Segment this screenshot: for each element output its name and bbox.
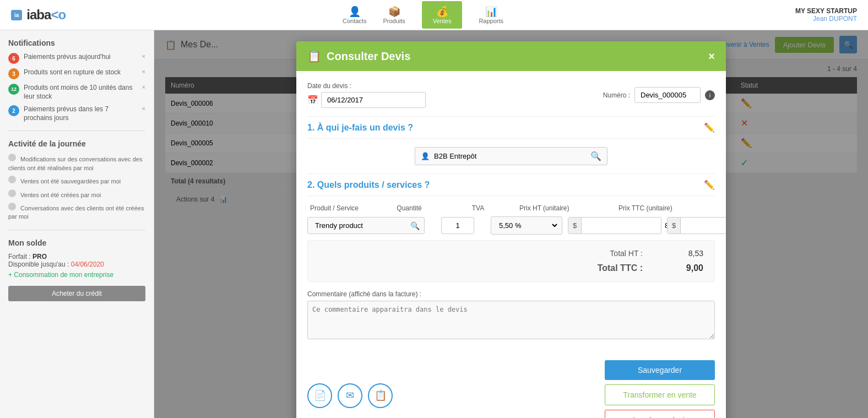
section2-title: 2. Quels produits / services ? <box>307 180 430 190</box>
info-icon[interactable]: i <box>705 90 715 100</box>
main-layout: Notifications 6 Paiements prévus aujourd… <box>0 30 868 418</box>
prix-ht-col-header: Prix HT (unitaire) <box>519 204 613 212</box>
email-button[interactable]: ✉ <box>338 383 362 408</box>
calendar-icon: 📅 <box>307 95 318 105</box>
date-input[interactable] <box>321 92 426 108</box>
notif-text-1: Paiements prévus aujourd'hui <box>24 53 138 62</box>
disponible-label: Disponible jusqu'au : <box>8 260 71 268</box>
activity-item: Modifications sur des conversations avec… <box>8 154 145 172</box>
client-person-icon: 👤 <box>421 152 430 160</box>
notif-text-4: Paiements prévus dans les 7 prochains jo… <box>24 105 138 122</box>
product-search-icon[interactable]: 🔍 <box>410 221 420 230</box>
copy-button[interactable]: 📋 <box>368 383 393 408</box>
logo-text: iaba<o <box>26 7 66 23</box>
qty-col-header: Quantité <box>382 204 437 212</box>
footer-icons: 📄 ✉ 📋 <box>307 383 393 408</box>
section2-header: 2. Quels produits / services ? ✏️ <box>307 173 715 196</box>
section2-edit-icon[interactable]: ✏️ <box>704 180 715 190</box>
notif-text-2: Produits sont en rupture de stock <box>24 68 138 77</box>
activity-item: Ventes ont été sauvegardées par moi <box>8 176 145 186</box>
total-ht-label: Total HT : <box>610 249 643 258</box>
notif-close-2[interactable]: × <box>142 68 145 75</box>
numero-label: Numéro : <box>603 91 630 99</box>
copy-icon: 📋 <box>375 389 387 401</box>
prix-ttc-col-header: Prix TTC (unitaire) <box>619 204 712 212</box>
activity-dot <box>8 203 16 210</box>
modal-consulter-devis: 📋 Consulter Devis × Date du devis : 📅 <box>296 41 726 418</box>
product-col-header: Produit / Service <box>310 204 376 212</box>
prix-ttc-input[interactable] <box>681 218 726 234</box>
sidebar-divider <box>8 131 145 131</box>
ventes-icon: 💰 <box>436 6 448 18</box>
tva-select[interactable]: 5,50 % 10,00 % 20,00 % <box>494 217 559 234</box>
client-input[interactable] <box>434 148 590 165</box>
email-icon: ✉ <box>346 389 354 401</box>
nav-icons: 👤 Contacts 📦 Produits 💰 Ventes 📊 Rapport… <box>99 1 747 29</box>
produits-icon: 📦 <box>388 6 400 18</box>
date-group: Date du devis : 📅 <box>307 82 426 108</box>
numero-input[interactable] <box>634 87 701 103</box>
products-table-header: Produit / Service Quantité TVA Prix HT (… <box>307 204 715 212</box>
notification-item: 6 Paiements prévus aujourd'hui × <box>8 53 145 64</box>
solde-section: Mon solde Forfait : PRO Disponible jusqu… <box>8 238 145 301</box>
notification-item: 12 Produits ont moins de 10 unités dans … <box>8 84 145 101</box>
notif-badge-3: 12 <box>8 84 19 95</box>
date-label: Date du devis : <box>307 82 426 90</box>
activity-dot <box>8 176 16 183</box>
forfait-value: PRO <box>32 253 47 260</box>
modal-close-button[interactable]: × <box>708 50 715 63</box>
comment-section: Commentaire (affiché dans la facture) : <box>307 290 715 341</box>
save-button[interactable]: Sauvegarder <box>605 360 715 380</box>
conso-link[interactable]: + Consommation de mon entreprise <box>8 271 145 279</box>
client-search-wrapper: 👤 🔍 <box>415 147 607 165</box>
transform-button[interactable]: Transformer en vente <box>605 384 715 405</box>
forfait-label: Forfait : <box>8 253 32 260</box>
user-company: MY SEXY STARTUP <box>795 7 857 15</box>
client-search-icon[interactable]: 🔍 <box>590 151 601 161</box>
total-ht-line: Total HT : 8,53 <box>319 246 703 260</box>
pdf-button[interactable]: 📄 <box>307 383 332 408</box>
nav-label-produits: Produits <box>383 18 405 24</box>
disponible-text: Disponible jusqu'au : 04/06/2020 <box>8 260 145 268</box>
currency-ttc: $ <box>668 218 681 234</box>
main-content: 📋 Mes De... ← Revenir à Ventes Ajouter D… <box>154 30 868 418</box>
comment-textarea[interactable] <box>307 301 715 339</box>
modal-title: 📋 Consulter Devis <box>307 50 410 63</box>
total-ht-value: 8,53 <box>659 249 703 258</box>
modal-footer: 📄 ✉ 📋 Sauvegarder Transformer en vente A… <box>296 352 726 418</box>
activity-title: Activité de la journée <box>8 139 145 148</box>
notification-item: 2 Paiements prévus dans les 7 prochains … <box>8 105 145 122</box>
rapports-icon: 📊 <box>485 6 497 18</box>
user-name: Jean DUPONT <box>795 15 857 23</box>
section1-title: 1. À qui je-fais un devis ? <box>307 123 413 133</box>
notif-close-4[interactable]: × <box>142 105 145 112</box>
tva-select-wrapper: 5,50 % 10,00 % 20,00 % <box>491 216 562 235</box>
sidebar-divider-2 <box>8 230 145 230</box>
total-ttc-label: Total TTC : <box>598 263 643 273</box>
prix-ttc-wrapper: $ <box>667 217 726 234</box>
notification-item: 3 Produits sont en rupture de stock × <box>8 68 145 79</box>
modal-title-icon: 📋 <box>307 50 321 63</box>
quantity-input[interactable] <box>441 217 474 234</box>
totals-section: Total HT : 8,53 Total TTC : 9,00 <box>307 240 715 282</box>
acheter-btn[interactable]: Acheter du crédit <box>8 286 145 301</box>
numero-group: Numéro : i <box>603 87 715 103</box>
section1-edit-icon[interactable]: ✏️ <box>704 122 715 133</box>
total-ttc-value: 9,00 <box>659 263 703 273</box>
notif-close-1[interactable]: × <box>142 53 145 59</box>
cancel-devis-button[interactable]: Annuler ce devis <box>605 410 715 418</box>
notif-close-3[interactable]: × <box>142 84 145 90</box>
nav-right: MY SEXY STARTUP Jean DUPONT <box>747 7 857 23</box>
forfait-text: Forfait : PRO <box>8 253 145 260</box>
nav-item-ventes[interactable]: 💰 Ventes <box>422 1 463 29</box>
product-input[interactable] <box>312 218 410 234</box>
nav-item-rapports[interactable]: 📊 Rapports <box>479 6 503 24</box>
nav-item-contacts[interactable]: 👤 Contacts <box>343 6 366 24</box>
nav-item-produits[interactable]: 📦 Produits <box>383 6 405 24</box>
nav-label-contacts: Contacts <box>343 18 366 24</box>
date-numero-row: Date du devis : 📅 Numéro : i <box>307 82 715 108</box>
disponible-date: 04/06/2020 <box>71 260 104 268</box>
notifications-title: Notifications <box>8 39 145 47</box>
activity-dot <box>8 189 16 197</box>
pdf-icon: 📄 <box>314 389 326 401</box>
